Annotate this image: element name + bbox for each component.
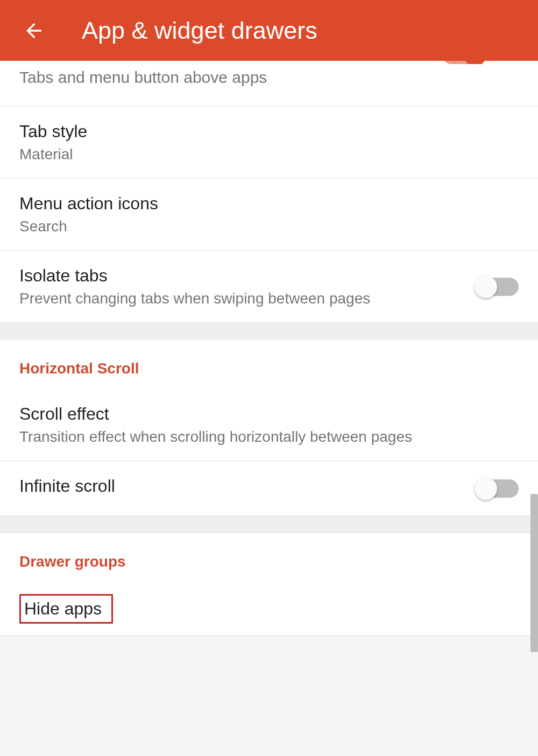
settings-content: Tabs and menu button above apps Tab styl… xyxy=(0,61,538,636)
infinite-scroll-row[interactable]: Infinite scroll xyxy=(0,461,538,515)
infinite-scroll-title: Infinite scroll xyxy=(19,476,477,496)
infinite-scroll-toggle[interactable] xyxy=(477,479,519,498)
section-divider-2 xyxy=(0,515,538,533)
tab-style-row[interactable]: Tab style Material xyxy=(0,107,538,179)
back-arrow-icon[interactable] xyxy=(23,19,45,42)
section-divider xyxy=(0,322,538,340)
isolate-tabs-row[interactable]: Isolate tabs Prevent changing tabs when … xyxy=(0,251,538,322)
horizontal-scroll-header: Horizontal Scroll xyxy=(0,340,538,389)
scroll-effect-row[interactable]: Scroll effect Transition effect when scr… xyxy=(0,389,538,461)
menu-action-icons-row[interactable]: Menu action icons Search xyxy=(0,179,538,251)
tab-style-title: Tab style xyxy=(19,122,519,142)
menu-action-icons-title: Menu action icons xyxy=(19,194,519,214)
tabs-menu-subtitle: Tabs and menu button above apps xyxy=(19,68,519,87)
app-header: App & widget drawers xyxy=(0,0,538,61)
isolate-tabs-title: Isolate tabs xyxy=(19,266,477,286)
tabs-menu-row[interactable]: Tabs and menu button above apps xyxy=(0,61,538,107)
tabs-menu-toggle-partial[interactable] xyxy=(442,61,484,64)
drawer-groups-header: Drawer groups xyxy=(0,533,538,582)
scroll-effect-subtitle: Transition effect when scrolling horizon… xyxy=(19,428,519,446)
scrollbar-thumb[interactable] xyxy=(530,494,538,652)
hide-apps-title: Hide apps xyxy=(19,594,113,624)
scroll-effect-title: Scroll effect xyxy=(19,404,519,424)
isolate-tabs-subtitle: Prevent changing tabs when swiping betwe… xyxy=(19,290,477,307)
page-title: App & widget drawers xyxy=(82,17,317,45)
hide-apps-row[interactable]: Hide apps xyxy=(0,582,538,636)
tab-style-subtitle: Material xyxy=(19,146,519,163)
menu-action-icons-subtitle: Search xyxy=(19,218,519,235)
isolate-tabs-toggle[interactable] xyxy=(477,278,519,296)
